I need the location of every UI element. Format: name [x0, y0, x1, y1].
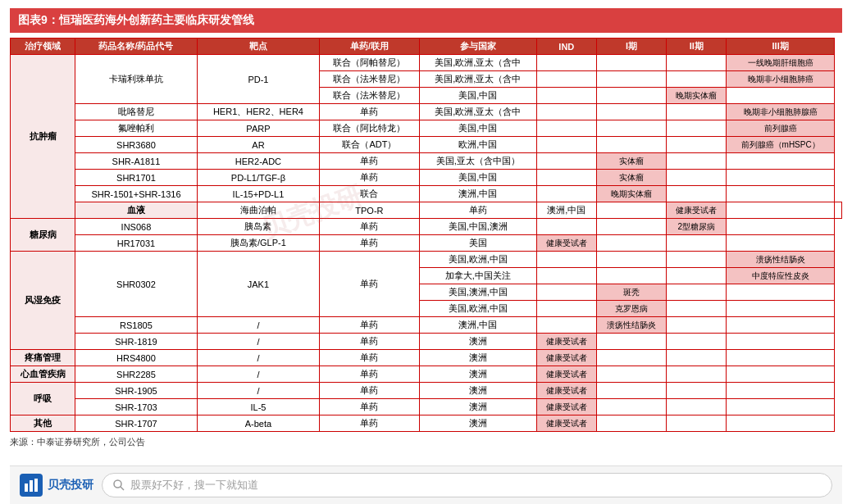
- table-cell: 卡瑞利珠单抗: [75, 55, 197, 104]
- table-cell: HER1、HER2、HER4: [197, 104, 320, 120]
- table-cell: 单药: [320, 317, 419, 334]
- table-cell: SHR-1905: [75, 383, 197, 399]
- col-ind: IND: [536, 39, 596, 55]
- table-cell: [536, 153, 596, 170]
- table-row: SHR3680AR联合（ADT）欧洲,中国前列腺癌（mHSPC）: [11, 137, 842, 153]
- table-cell: [596, 104, 667, 120]
- logo-svg: [23, 477, 39, 493]
- table-cell: 克罗恩病: [596, 301, 667, 317]
- table-cell: [536, 88, 596, 104]
- table-cell: 糖尿病: [11, 219, 75, 252]
- table-cell: [536, 104, 596, 120]
- logo-text: 贝壳投研: [48, 478, 93, 493]
- table-cell: [667, 415, 727, 432]
- table-row: RS1805/单药澳洲,中国溃疡性结肠炎: [11, 317, 842, 334]
- table-cell: [596, 415, 667, 432]
- table-cell: 2型糖尿病: [667, 219, 727, 235]
- table-cell: 单药: [320, 350, 419, 366]
- table-cell: [536, 71, 596, 88]
- table-cell: 美国,欧洲,亚太（含中: [419, 71, 536, 88]
- table-cell: 澳洲,中国: [419, 317, 536, 334]
- table-cell: 美国,欧洲,中国: [419, 252, 536, 268]
- table-cell: [536, 284, 596, 301]
- search-icon: [112, 479, 125, 492]
- table-cell: [727, 202, 835, 219]
- table-cell: [667, 284, 727, 301]
- table-cell: 心血管疾病: [11, 366, 75, 383]
- table-cell: [667, 137, 727, 153]
- table-cell: 美国,欧洲,中国: [419, 301, 536, 317]
- table-cell: 美国,欧洲,亚太（含中: [419, 55, 536, 71]
- chart-title: 图表9：恒瑞医药海外创新药主要临床研发管线: [10, 8, 842, 33]
- table-cell: [667, 301, 727, 317]
- table-cell: 吡咯替尼: [75, 104, 197, 120]
- table-cell: INS068: [75, 219, 197, 235]
- table-cell: [727, 366, 835, 383]
- table-cell: 澳洲: [419, 350, 536, 366]
- table-cell: 澳洲,中国: [536, 202, 596, 219]
- table-cell: [667, 383, 727, 399]
- table-cell: 美国,中国: [419, 170, 536, 186]
- table-cell: [667, 334, 727, 350]
- table-cell: [727, 383, 835, 399]
- table-cell: [536, 137, 596, 153]
- table-cell: [727, 301, 835, 317]
- table-cell: 健康受试者: [536, 235, 596, 252]
- table-cell: 前列腺癌（mHSPC）: [727, 137, 835, 153]
- table-cell: 海曲泊帕: [197, 202, 320, 219]
- table-cell: 健康受试者: [536, 334, 596, 350]
- svg-line-4: [121, 487, 124, 490]
- table-cell: 澳洲: [419, 399, 536, 415]
- table-cell: [596, 334, 667, 350]
- table-cell: SHR2285: [75, 366, 197, 383]
- table-cell: 联合（阿比特龙）: [320, 120, 419, 137]
- table-row: 心血管疾病SHR2285/单药澳洲健康受试者: [11, 366, 842, 383]
- table-cell: [727, 399, 835, 415]
- logo-area: 贝壳投研: [20, 474, 93, 497]
- col-p3: III期: [727, 39, 835, 55]
- table-cell: PARP: [197, 120, 320, 137]
- table-cell: 健康受试者: [536, 350, 596, 366]
- col-p2: II期: [667, 39, 727, 55]
- table-cell: 单药: [320, 415, 419, 432]
- table-cell: [596, 383, 667, 399]
- table-row: 糖尿病INS068胰岛素单药美国,中国,澳洲2型糖尿病: [11, 219, 842, 235]
- table-cell: 胰岛素: [197, 219, 320, 235]
- table-cell: [667, 153, 727, 170]
- table-cell: 晚期非小细胞肺癌: [727, 71, 835, 88]
- search-bar[interactable]: 股票好不好，搜一下就知道: [102, 473, 832, 497]
- table-cell: 联合（阿帕替尼）: [320, 55, 419, 71]
- table-cell: 美国: [419, 235, 536, 252]
- table-cell: 联合（ADT）: [320, 137, 419, 153]
- table-cell: /: [197, 366, 320, 383]
- table-cell: 疼痛管理: [11, 350, 75, 366]
- table-cell: [667, 268, 727, 284]
- table-cell: 美国,中国,澳洲: [419, 219, 536, 235]
- table-cell: 健康受试者: [667, 202, 727, 219]
- table-cell: [727, 334, 835, 350]
- table-cell: [667, 399, 727, 415]
- table-cell: AR: [197, 137, 320, 153]
- table-header-row: 治疗领域 药品名称/药品代号 靶点 单药/联用 参与国家 IND I期 II期 …: [11, 39, 842, 55]
- table-cell: [536, 268, 596, 284]
- logo-icon: [20, 474, 43, 497]
- table-cell: [727, 219, 835, 235]
- table-cell: 抗肿瘤: [11, 55, 75, 219]
- table-cell: 血液: [75, 202, 197, 219]
- table-cell: [667, 317, 727, 334]
- table-cell: 单药: [320, 366, 419, 383]
- table-cell: 一线晚期肝细胞癌: [727, 55, 835, 71]
- table-cell: IL-15+PD-L1: [197, 186, 320, 202]
- table-cell: [596, 202, 667, 219]
- table-cell: 氟唑帕利: [75, 120, 197, 137]
- table-cell: 呼吸: [11, 383, 75, 415]
- table-cell: 晚期非小细胞肺腺癌: [727, 104, 835, 120]
- table-cell: HER2-ADC: [197, 153, 320, 170]
- table-cell: [667, 71, 727, 88]
- table-cell: [667, 366, 727, 383]
- col-drug: 药品名称/药品代号: [75, 39, 197, 55]
- table-cell: 前列腺癌: [727, 120, 835, 137]
- table-cell: [596, 137, 667, 153]
- table-cell: 联合: [320, 186, 419, 202]
- table-cell: [536, 219, 596, 235]
